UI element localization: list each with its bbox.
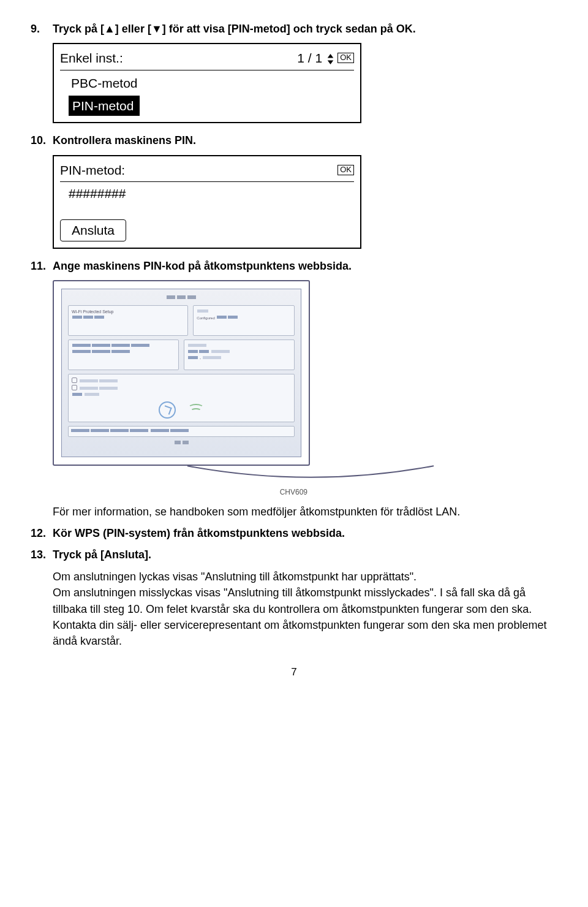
step-10: 10. Kontrollera maskinens PIN. [31,133,557,148]
figure-caption: CHV609 [53,487,307,498]
lcd2-title: PIN-metod: [60,161,335,179]
lcd1-title: Enkel inst.: [60,49,297,67]
lcd-panel-2: PIN-metod: OK ######## Ansluta [53,155,361,249]
lcd1-option-pbc: PBC-metod [69,72,354,94]
step-11-description: För mer information, se handboken som me… [53,504,557,520]
up-down-icon [326,49,335,67]
step-12-number: 12. [31,526,53,541]
lcd2-ok: OK [337,165,354,175]
step-9-text: Tryck på [▲] eller [▼] för att visa [PIN… [53,21,557,37]
lcd2-connect-button: Ansluta [60,219,126,241]
step-11-number: 11. [31,259,53,274]
svg-marker-0 [328,54,334,58]
monitor-screen: Wi-Fi Protected Setup Configured [61,289,301,457]
step-11-text: Ange maskinens PIN-kod på åtkomstpunkten… [53,259,557,274]
step-10-number: 10. [31,133,53,148]
svg-marker-1 [328,61,334,65]
monitor-bezel: Wi-Fi Protected Setup Configured [53,280,310,466]
step-9-number: 9. [31,21,53,37]
refresh-icon [159,401,176,419]
lcd1-ok: OK [337,53,354,63]
step-13: 13. Tryck på [Ansluta]. [31,547,557,563]
lcd1-header: Enkel inst.: 1 / 1 OK [60,49,354,70]
step-13-text: Tryck på [Ansluta]. [53,547,557,563]
wifi-icon [188,404,204,414]
lcd1-option-pin-selected: PIN-metod [69,96,140,116]
step-13-description: Om anslutningen lyckas visas "Anslutning… [53,569,557,648]
lcd2-pin-value: ######## [69,184,354,202]
step-12: 12. Kör WPS (PIN-system) från åtkomstpun… [31,526,557,541]
step-10-text: Kontrollera maskinens PIN. [53,133,557,148]
monitor-illustration: Wi-Fi Protected Setup Configured [53,280,557,486]
lcd2-header: PIN-metod: OK [60,161,354,182]
lcd-panel-1: Enkel inst.: 1 / 1 OK PBC-metod PIN-meto… [53,43,361,123]
monitor-stand [185,466,425,486]
lcd1-pager: 1 / 1 [297,49,322,67]
step-13-number: 13. [31,547,53,563]
step-12-text: Kör WPS (PIN-system) från åtkomstpunkten… [53,526,557,541]
page-number: 7 [31,665,557,680]
step-9: 9. Tryck på [▲] eller [▼] för att visa [… [31,21,557,37]
step-11: 11. Ange maskinens PIN-kod på åtkomstpun… [31,259,557,274]
